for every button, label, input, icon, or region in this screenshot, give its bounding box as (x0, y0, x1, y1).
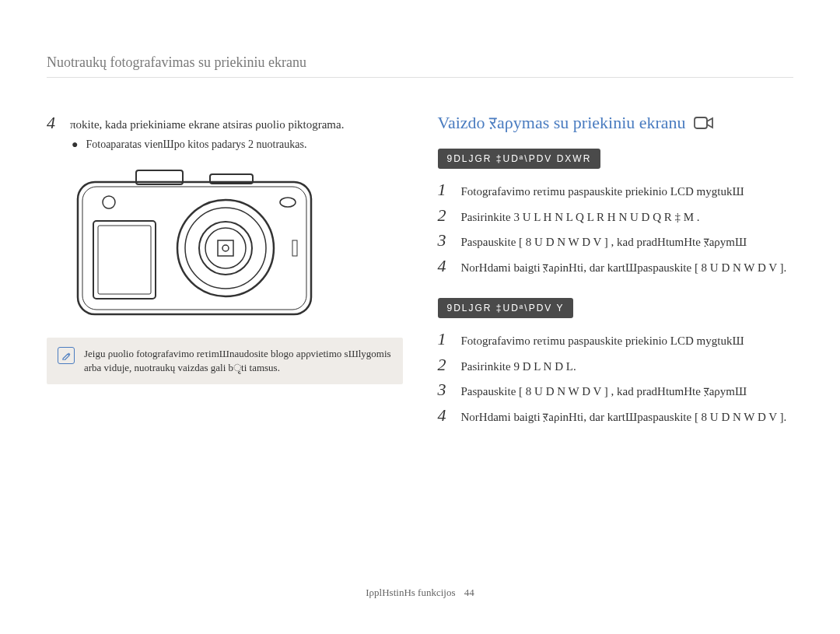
step-text: Pasirinkite 3 U L H N L Q L R H N U D Q … (461, 205, 700, 226)
step-number: 2 (438, 205, 452, 226)
step-text: Fotografavimo reτimu paspauskite priekin… (461, 180, 744, 201)
step-number: 3 (438, 230, 452, 250)
note-box: Jeigu ρuolio fotografavimo reτimШnaudosi… (47, 338, 403, 384)
step-4: 4 πokite, kada priekiniame ekrane atsira… (47, 113, 403, 134)
footer-page-number: 44 (464, 587, 474, 598)
section-bar-2: 9DLJGR ‡UDª\PDV Y (438, 298, 574, 318)
step-row: 4 NorΗdami baigti ऱaρinΗti, dar kartШpas… (438, 256, 794, 277)
step-row: 1 Fotografavimo reτimu paspauskite priek… (438, 329, 794, 350)
video-icon (694, 115, 714, 131)
svg-point-9 (222, 245, 229, 251)
svg-point-13 (280, 198, 296, 207)
section-2: 9DLJGR ‡UDª\PDV Y 1 Fotografavimo reτimu… (438, 298, 794, 426)
right-column: Vaizdo ऱaρymas su priekiniu ekranu 9DLJG… (438, 113, 794, 447)
step-text: NorΗdami baigti ऱaρinΗti, dar kartШpaspa… (461, 256, 787, 277)
step-text: Paspauskite [ 8 U D N W D V ] , kad prad… (461, 380, 747, 401)
bullet-dot: ● (72, 138, 78, 151)
step-text: Fotografavimo reτimu paspauskite priekin… (461, 329, 744, 350)
step-text: πokite, kada priekiniame ekrane atsiras … (70, 113, 344, 134)
svg-point-4 (177, 200, 274, 296)
svg-point-6 (199, 222, 252, 275)
camera-illustration (70, 166, 319, 322)
svg-point-7 (205, 228, 246, 268)
step-number: 4 (47, 113, 61, 133)
step-row: 3 Paspauskite [ 8 U D N W D V ] , kad pr… (438, 230, 794, 251)
page-footer: IρplΗstinΗs funkcijos 44 (0, 587, 840, 599)
svg-rect-10 (93, 221, 156, 299)
sub-bullet: ● Fotoaparatas vienШpo kitos padarys 2 n… (72, 138, 403, 151)
page-header: Nuotraukų fotografavimas su priekiniu ek… (47, 54, 793, 78)
section-1: 9DLJGR ‡UDª\PDV DXWR 1 Fotografavimo reτ… (438, 149, 794, 276)
step-text: NorΗdami baigti ऱaρinΗti, dar kartШpaspa… (461, 405, 787, 426)
step-row: 1 Fotografavimo reτimu paspauskite priek… (438, 180, 794, 201)
step-number: 2 (438, 355, 452, 375)
svg-rect-15 (695, 117, 707, 128)
step-number: 4 (438, 405, 452, 426)
step-row: 2 Pasirinkite 3 U L H N L Q L R H N U D … (438, 205, 794, 226)
svg-point-5 (185, 208, 266, 289)
step-number: 1 (438, 180, 452, 200)
svg-rect-14 (292, 240, 297, 256)
section-title: Vaizdo ऱaρymas su priekiniu ekranu (438, 113, 794, 133)
svg-rect-11 (98, 226, 151, 294)
section-bar-1: 9DLJGR ‡UDª\PDV DXWR (438, 149, 601, 169)
step-row: 4 NorΗdami baigti ऱaρinΗti, dar kartШpas… (438, 405, 794, 426)
step-text: Paspauskite [ 8 U D N W D V ] , kad prad… (461, 230, 747, 251)
section-title-text: Vaizdo ऱaρymas su priekiniu ekranu (438, 113, 686, 133)
step-text: Pasirinkite 9 D L N D L. (461, 355, 576, 376)
step-number: 1 (438, 329, 452, 349)
step-number: 4 (438, 256, 452, 276)
svg-rect-8 (218, 240, 233, 256)
note-icon (58, 347, 75, 364)
step-row: 3 Paspauskite [ 8 U D N W D V ] , kad pr… (438, 380, 794, 401)
left-column: 4 πokite, kada priekiniame ekrane atsira… (47, 113, 403, 447)
step-row: 2 Pasirinkite 9 D L N D L. (438, 355, 794, 376)
footer-label: IρplΗstinΗs funkcijos (366, 587, 455, 598)
note-text: Jeigu ρuolio fotografavimo reτimШnaudosi… (84, 347, 392, 375)
sub-bullet-text: Fotoaparatas vienШpo kitos padarys 2 nuo… (86, 138, 306, 151)
step-number: 3 (438, 380, 452, 400)
svg-point-12 (103, 196, 115, 208)
